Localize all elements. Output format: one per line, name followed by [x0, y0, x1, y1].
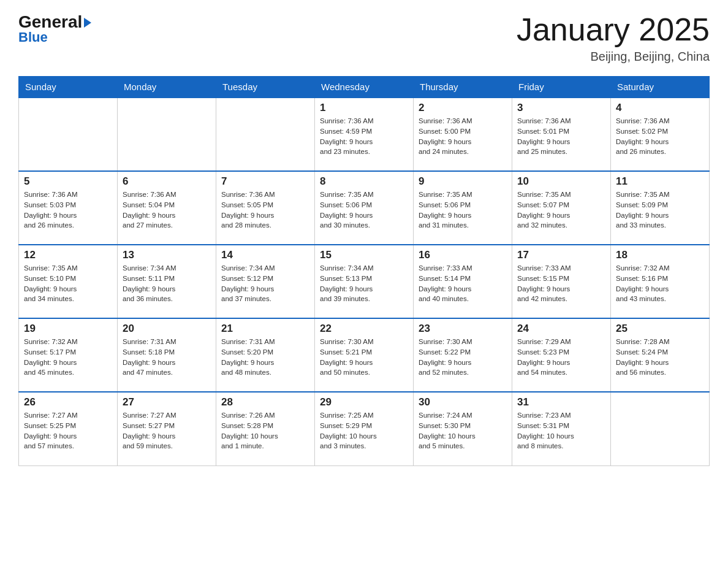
- day-info: Sunrise: 7:33 AM Sunset: 5:15 PM Dayligh…: [517, 263, 605, 304]
- logo: General Blue: [18, 12, 91, 45]
- weekday-header-monday: Monday: [118, 77, 216, 98]
- day-number: 5: [24, 175, 112, 188]
- calendar-cell: 5Sunrise: 7:36 AM Sunset: 5:03 PM Daylig…: [19, 171, 118, 245]
- day-number: 30: [419, 396, 507, 408]
- weekday-header-wednesday: Wednesday: [315, 77, 414, 98]
- day-number: 9: [419, 175, 507, 188]
- calendar-cell: 12Sunrise: 7:35 AM Sunset: 5:10 PM Dayli…: [19, 245, 118, 318]
- day-info: Sunrise: 7:36 AM Sunset: 5:04 PM Dayligh…: [123, 190, 211, 231]
- day-info: Sunrise: 7:25 AM Sunset: 5:29 PM Dayligh…: [320, 410, 408, 451]
- day-number: 6: [123, 175, 211, 188]
- calendar-cell: 3Sunrise: 7:36 AM Sunset: 5:01 PM Daylig…: [512, 98, 611, 171]
- weekday-header-friday: Friday: [512, 77, 611, 98]
- day-info: Sunrise: 7:23 AM Sunset: 5:31 PM Dayligh…: [517, 410, 605, 451]
- calendar-cell: 25Sunrise: 7:28 AM Sunset: 5:24 PM Dayli…: [611, 318, 710, 392]
- calendar-cell: 6Sunrise: 7:36 AM Sunset: 5:04 PM Daylig…: [118, 171, 216, 245]
- weekday-header-tuesday: Tuesday: [216, 77, 315, 98]
- day-info: Sunrise: 7:28 AM Sunset: 5:24 PM Dayligh…: [616, 337, 704, 378]
- calendar-cell: 18Sunrise: 7:32 AM Sunset: 5:16 PM Dayli…: [611, 245, 710, 318]
- day-number: 2: [419, 102, 507, 114]
- day-number: 10: [517, 175, 605, 188]
- weekday-header-saturday: Saturday: [611, 77, 710, 98]
- day-info: Sunrise: 7:32 AM Sunset: 5:17 PM Dayligh…: [24, 337, 112, 378]
- day-number: 17: [517, 249, 605, 261]
- day-number: 29: [320, 396, 408, 408]
- day-number: 27: [123, 396, 211, 408]
- day-info: Sunrise: 7:27 AM Sunset: 5:27 PM Dayligh…: [123, 410, 211, 451]
- calendar-cell: 17Sunrise: 7:33 AM Sunset: 5:15 PM Dayli…: [512, 245, 611, 318]
- calendar-cell: 2Sunrise: 7:36 AM Sunset: 5:00 PM Daylig…: [414, 98, 512, 171]
- calendar-cell: 16Sunrise: 7:33 AM Sunset: 5:14 PM Dayli…: [414, 245, 512, 318]
- day-info: Sunrise: 7:35 AM Sunset: 5:07 PM Dayligh…: [517, 190, 605, 231]
- calendar-cell: 29Sunrise: 7:25 AM Sunset: 5:29 PM Dayli…: [315, 392, 414, 465]
- day-info: Sunrise: 7:26 AM Sunset: 5:28 PM Dayligh…: [221, 410, 309, 451]
- day-number: 20: [123, 323, 211, 335]
- day-number: 22: [320, 323, 408, 335]
- day-info: Sunrise: 7:36 AM Sunset: 5:00 PM Dayligh…: [419, 116, 507, 157]
- day-info: Sunrise: 7:31 AM Sunset: 5:18 PM Dayligh…: [123, 337, 211, 378]
- calendar-cell: 10Sunrise: 7:35 AM Sunset: 5:07 PM Dayli…: [512, 171, 611, 245]
- day-info: Sunrise: 7:34 AM Sunset: 5:13 PM Dayligh…: [320, 263, 408, 304]
- day-info: Sunrise: 7:31 AM Sunset: 5:20 PM Dayligh…: [221, 337, 309, 378]
- calendar-cell: 24Sunrise: 7:29 AM Sunset: 5:23 PM Dayli…: [512, 318, 611, 392]
- day-number: 12: [24, 249, 112, 261]
- day-info: Sunrise: 7:30 AM Sunset: 5:22 PM Dayligh…: [419, 337, 507, 378]
- weekday-header-sunday: Sunday: [19, 77, 118, 98]
- day-number: 21: [221, 323, 309, 335]
- day-number: 1: [320, 102, 408, 114]
- calendar-cell: 9Sunrise: 7:35 AM Sunset: 5:06 PM Daylig…: [414, 171, 512, 245]
- day-info: Sunrise: 7:36 AM Sunset: 5:01 PM Dayligh…: [517, 116, 605, 157]
- day-number: 18: [616, 249, 704, 261]
- calendar-week-row: 19Sunrise: 7:32 AM Sunset: 5:17 PM Dayli…: [19, 318, 710, 392]
- calendar-cell: 14Sunrise: 7:34 AM Sunset: 5:12 PM Dayli…: [216, 245, 315, 318]
- calendar-header: SundayMondayTuesdayWednesdayThursdayFrid…: [19, 77, 710, 98]
- calendar-cell: 31Sunrise: 7:23 AM Sunset: 5:31 PM Dayli…: [512, 392, 611, 465]
- calendar-week-row: 1Sunrise: 7:36 AM Sunset: 4:59 PM Daylig…: [19, 98, 710, 171]
- weekday-header-thursday: Thursday: [414, 77, 512, 98]
- logo-arrow-icon: [84, 18, 91, 28]
- title-block: January 2025 Beijing, Beijing, China: [517, 12, 710, 64]
- calendar-cell: 26Sunrise: 7:27 AM Sunset: 5:25 PM Dayli…: [19, 392, 118, 465]
- day-info: Sunrise: 7:27 AM Sunset: 5:25 PM Dayligh…: [24, 410, 112, 451]
- calendar-cell: 13Sunrise: 7:34 AM Sunset: 5:11 PM Dayli…: [118, 245, 216, 318]
- calendar-week-row: 5Sunrise: 7:36 AM Sunset: 5:03 PM Daylig…: [19, 171, 710, 245]
- day-info: Sunrise: 7:36 AM Sunset: 5:02 PM Dayligh…: [616, 116, 704, 157]
- day-number: 4: [616, 102, 704, 114]
- calendar-cell: 30Sunrise: 7:24 AM Sunset: 5:30 PM Dayli…: [414, 392, 512, 465]
- month-title: January 2025: [517, 12, 710, 47]
- calendar-cell: 21Sunrise: 7:31 AM Sunset: 5:20 PM Dayli…: [216, 318, 315, 392]
- page-header: General Blue January 2025 Beijing, Beiji…: [18, 12, 710, 64]
- logo-blue-text: Blue: [18, 29, 48, 45]
- day-number: 25: [616, 323, 704, 335]
- day-number: 16: [419, 249, 507, 261]
- day-info: Sunrise: 7:36 AM Sunset: 5:03 PM Dayligh…: [24, 190, 112, 231]
- day-number: 14: [221, 249, 309, 261]
- calendar-cell: 15Sunrise: 7:34 AM Sunset: 5:13 PM Dayli…: [315, 245, 414, 318]
- day-info: Sunrise: 7:34 AM Sunset: 5:11 PM Dayligh…: [123, 263, 211, 304]
- calendar-cell: 4Sunrise: 7:36 AM Sunset: 5:02 PM Daylig…: [611, 98, 710, 171]
- day-info: Sunrise: 7:35 AM Sunset: 5:06 PM Dayligh…: [320, 190, 408, 231]
- day-number: 8: [320, 175, 408, 188]
- day-number: 11: [616, 175, 704, 188]
- day-number: 13: [123, 249, 211, 261]
- day-info: Sunrise: 7:36 AM Sunset: 4:59 PM Dayligh…: [320, 116, 408, 157]
- day-number: 19: [24, 323, 112, 335]
- calendar-cell: 7Sunrise: 7:36 AM Sunset: 5:05 PM Daylig…: [216, 171, 315, 245]
- day-number: 26: [24, 396, 112, 408]
- calendar-cell: 19Sunrise: 7:32 AM Sunset: 5:17 PM Dayli…: [19, 318, 118, 392]
- day-number: 28: [221, 396, 309, 408]
- calendar-cell: 20Sunrise: 7:31 AM Sunset: 5:18 PM Dayli…: [118, 318, 216, 392]
- day-number: 24: [517, 323, 605, 335]
- day-info: Sunrise: 7:32 AM Sunset: 5:16 PM Dayligh…: [616, 263, 704, 304]
- calendar-cell: 1Sunrise: 7:36 AM Sunset: 4:59 PM Daylig…: [315, 98, 414, 171]
- day-info: Sunrise: 7:30 AM Sunset: 5:21 PM Dayligh…: [320, 337, 408, 378]
- day-number: 23: [419, 323, 507, 335]
- day-info: Sunrise: 7:24 AM Sunset: 5:30 PM Dayligh…: [419, 410, 507, 451]
- calendar-cell: 11Sunrise: 7:35 AM Sunset: 5:09 PM Dayli…: [611, 171, 710, 245]
- day-number: 15: [320, 249, 408, 261]
- day-number: 7: [221, 175, 309, 188]
- location-subtitle: Beijing, Beijing, China: [517, 50, 710, 64]
- day-info: Sunrise: 7:33 AM Sunset: 5:14 PM Dayligh…: [419, 263, 507, 304]
- calendar-week-row: 26Sunrise: 7:27 AM Sunset: 5:25 PM Dayli…: [19, 392, 710, 465]
- day-number: 3: [517, 102, 605, 114]
